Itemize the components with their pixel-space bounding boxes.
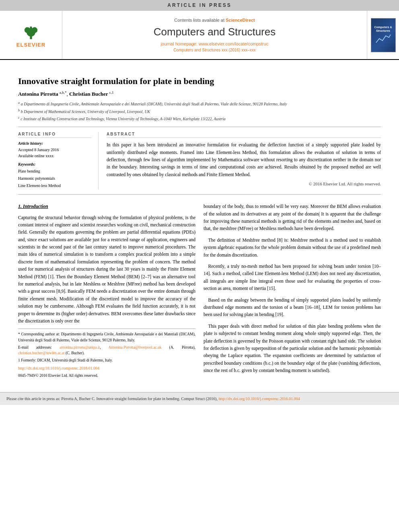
footnote-corresponding: * Corresponding author at: Dipartimento … <box>18 331 195 343</box>
rights-line: 0045-7949/© 2016 Elsevier Ltd. All right… <box>18 373 195 378</box>
abstract-label: ABSTRACT <box>107 132 381 138</box>
keyword-1: Plate bending <box>18 168 92 175</box>
body-col-left: 1. Introduction Capturing the structural… <box>18 203 195 380</box>
abstract-col: ABSTRACT In this paper it has been intro… <box>107 132 381 189</box>
affiliation-a: a a Dipartimento di Ingegneria Civile, A… <box>18 101 381 107</box>
journal-title: Computers and Structures <box>154 26 276 38</box>
divider-2 <box>18 194 381 195</box>
journal-cover-box: Computers & Structures <box>367 11 399 59</box>
elsevier-label: ELSEVIER <box>16 42 45 48</box>
article-in-press-banner: ARTICLE IN PRESS <box>0 0 399 10</box>
footnote-email: E-mail addresses: antonina.pirrotta@unip… <box>18 345 195 356</box>
right-para-3: Recently, a truly no-mesh method has bee… <box>204 263 381 292</box>
author-pirrotta: Antonina Pirrotta <box>18 91 58 97</box>
affiliation-c: c c Institute of Building Construction a… <box>18 115 381 122</box>
author-pirrotta-sup: a,b,* <box>60 90 67 94</box>
affiliation-b: b b Department of Mathematical Sciences,… <box>18 108 381 115</box>
keywords-heading: Keywords: <box>18 162 92 166</box>
history-heading: Article history: <box>18 141 92 146</box>
body-two-col: 1. Introduction Capturing the structural… <box>18 203 381 380</box>
elsevier-tree-icon <box>19 22 43 40</box>
keywords-list: Plate bending Harmonic polynomials Line … <box>18 168 92 189</box>
authors-line: Antonina Pirrotta a,b,*, Christian Buche… <box>18 90 381 97</box>
divider-1 <box>18 127 381 127</box>
article-info-label: ARTICLE INFO <box>18 132 92 138</box>
right-para-2: The definition of Meshfree method [8] is… <box>204 236 381 259</box>
email-pirrotta-unipa[interactable]: antonina.pirrotta@unipa.it <box>60 345 100 349</box>
citation-doi[interactable]: http://dx.doi.org/10.1016/j.compstruc.20… <box>218 396 300 401</box>
cover-chart-icon <box>375 33 391 45</box>
body-col-right: boundary of the body, thus to remodel wi… <box>204 203 381 380</box>
main-content: Innovative straight formulation for plat… <box>0 60 399 388</box>
elsevier-logo-box: ELSEVIER <box>0 11 62 59</box>
intro-heading: 1. Introduction <box>18 203 195 210</box>
journal-homepage: journal homepage: www.elsevier.com/locat… <box>161 41 269 46</box>
article-meta-row: ARTICLE INFO Article history: Accepted 8… <box>18 132 381 189</box>
copyright-line: © 2016 Elsevier Ltd. All rights reserved… <box>107 181 381 186</box>
journal-center: Contents lists available at ScienceDirec… <box>62 11 367 59</box>
journal-ref-line: Computers and Structures xxx (2016) xxx–… <box>173 48 256 52</box>
right-para-1: boundary of the body, thus to remodel wi… <box>204 203 381 232</box>
sciencedirect-line: Contents lists available at ScienceDirec… <box>174 18 255 23</box>
doi-line: http://dx.doi.org/10.1016/j.compstruc.20… <box>18 365 195 371</box>
footnote-formerly: 1 Formerly: DICAM, Università degli Stud… <box>18 357 195 363</box>
available-online: Available online xxxx <box>18 153 92 159</box>
author-bucher: Christian Bucher <box>69 91 108 97</box>
keyword-2: Harmonic polynomials <box>18 175 92 182</box>
journal-cover-image: Computers & Structures <box>371 18 396 52</box>
right-para-4: Based on the analogy between the bending… <box>204 296 381 318</box>
abstract-text: In this paper it has been introduced an … <box>107 141 381 178</box>
sciencedirect-link[interactable]: ScienceDirect <box>226 18 255 23</box>
article-info-col: ARTICLE INFO Article history: Accepted 8… <box>18 132 99 189</box>
journal-header: ELSEVIER Contents lists available at Sci… <box>0 10 399 60</box>
email-pirrotta-liverpool[interactable]: Antonina.Pirrotta@liverpool.ac.uk <box>108 345 161 349</box>
right-para-5: This paper deals with direct method for … <box>204 322 381 374</box>
svg-point-2 <box>25 27 30 33</box>
cover-title: Computers & Structures <box>373 25 394 33</box>
svg-point-3 <box>32 27 37 33</box>
author-bucher-sup: c,1 <box>109 90 114 94</box>
footnote-section: * Corresponding author at: Dipartimento … <box>18 329 195 378</box>
doi-link[interactable]: http://dx.doi.org/10.1016/j.compstruc.20… <box>18 366 99 370</box>
citation-text: Please cite this article in press as: Pi… <box>6 396 218 401</box>
affiliations: a a Dipartimento di Ingegneria Civile, A… <box>18 101 381 122</box>
svg-point-4 <box>30 27 32 29</box>
article-title: Innovative straight formulation for plat… <box>18 76 381 86</box>
accepted-date: Accepted 8 January 2016 <box>18 147 92 153</box>
citation-bar: Please cite this article in press as: Pi… <box>0 392 399 405</box>
intro-para-1: Capturing the structural behavior throug… <box>18 214 195 325</box>
page-wrapper: ARTICLE IN PRESS ELSEVIER Contents lists… <box>0 0 399 532</box>
email-bucher[interactable]: christian.bucher@tuwien.ac.at <box>18 351 65 355</box>
keyword-3: Line Element-less Method <box>18 182 92 189</box>
